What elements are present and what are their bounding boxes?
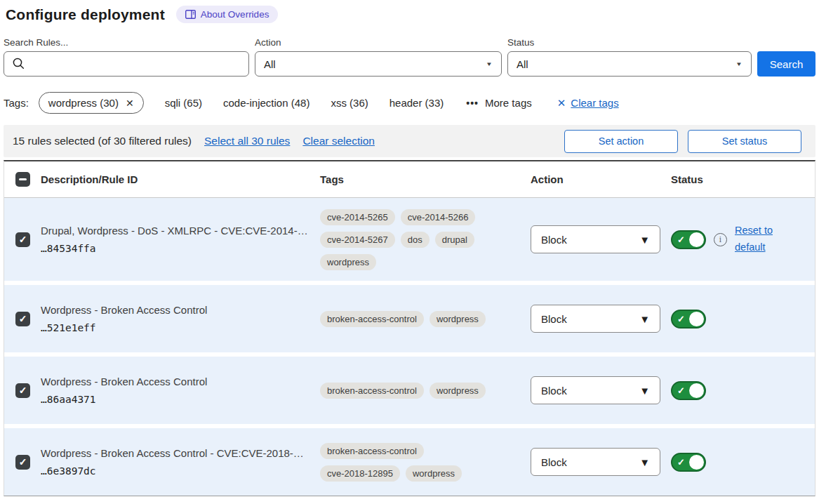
rule-tags: broken-access-controlwordpress xyxy=(320,383,488,399)
row-checkbox[interactable]: ✓ xyxy=(15,232,30,247)
check-icon: ✓ xyxy=(19,457,27,467)
tag-pill: cve-2014-5265 xyxy=(320,209,395,225)
page-title: Configure deployment xyxy=(6,6,165,23)
select-all-checkbox[interactable] xyxy=(15,172,30,187)
status-filter-select[interactable]: All ▼ xyxy=(507,51,752,77)
indeterminate-minus-icon xyxy=(19,178,27,180)
ellipsis-icon: ••• xyxy=(466,98,479,109)
select-all-link[interactable]: Select all 30 rules xyxy=(204,135,290,147)
status-toggle-on[interactable]: ✓ xyxy=(671,381,706,400)
action-filter-select[interactable]: All ▼ xyxy=(255,51,502,77)
rule-id: …6e3897dc xyxy=(41,465,320,477)
rule-action-select[interactable]: Block ▼ xyxy=(531,305,660,333)
check-icon: ✓ xyxy=(19,234,27,244)
status-toggle-on[interactable]: ✓ xyxy=(671,453,706,472)
rule-action-select[interactable]: Block ▼ xyxy=(531,225,660,253)
table-row: ✓ Wordpress - Broken Access Control - CV… xyxy=(4,428,815,496)
check-icon: ✓ xyxy=(677,234,685,245)
configure-deployment-page: Configure deployment About Overrides Sea… xyxy=(0,0,819,496)
rule-description: Wordpress - Broken Access Control xyxy=(41,304,320,316)
clear-tags-label: Clear tags xyxy=(571,97,618,109)
rule-action-value: Block xyxy=(541,456,567,468)
about-overrides-label: About Overrides xyxy=(201,9,269,20)
table-row: ✓ Drupal, Wordpress - DoS - XMLRPC - CVE… xyxy=(4,198,815,281)
action-filter-group: Action All ▼ xyxy=(255,37,502,77)
chevron-down-icon: ▼ xyxy=(639,456,650,468)
selected-tag-chip-wordpress[interactable]: wordpress (30) ✕ xyxy=(39,92,144,114)
tag-pill: broken-access-control xyxy=(320,443,424,459)
search-rules-input[interactable] xyxy=(4,51,249,77)
tags-bar-label: Tags: xyxy=(4,97,29,109)
chevron-down-icon: ▼ xyxy=(639,313,650,325)
more-tags-label: More tags xyxy=(485,97,532,109)
tag-option-code-injection[interactable]: code-injection (48) xyxy=(223,97,309,109)
set-action-button[interactable]: Set action xyxy=(564,130,678,153)
rule-id: …86aa4371 xyxy=(41,394,320,405)
table-row: ✓ Wordpress - Broken Access Control …86a… xyxy=(4,357,815,424)
toggle-knob xyxy=(689,383,704,398)
search-button[interactable]: Search xyxy=(757,51,815,77)
search-rules-label: Search Rules... xyxy=(4,37,249,48)
selected-tag-label: wordpress (30) xyxy=(48,97,119,109)
tags-bar: Tags: wordpress (30) ✕ sqli (65) code-in… xyxy=(4,92,815,114)
row-checkbox[interactable]: ✓ xyxy=(15,383,30,398)
tag-option-sqli[interactable]: sqli (65) xyxy=(165,97,202,109)
selection-summary: 15 rules selected (of 30 filtered rules) xyxy=(13,135,192,147)
remove-tag-icon[interactable]: ✕ xyxy=(126,98,134,109)
tag-pill: drupal xyxy=(435,232,474,248)
more-tags-button[interactable]: ••• More tags xyxy=(466,97,531,109)
search-rules-group: Search Rules... xyxy=(4,37,249,77)
chevron-down-icon: ▼ xyxy=(486,61,493,67)
tag-pill: wordpress xyxy=(320,254,376,270)
toggle-knob xyxy=(689,232,704,247)
set-status-button[interactable]: Set status xyxy=(688,130,801,153)
rule-tags: cve-2014-5265cve-2014-5266cve-2014-5267d… xyxy=(320,209,488,270)
tag-pill: dos xyxy=(401,232,430,248)
row-checkbox[interactable]: ✓ xyxy=(15,455,30,470)
row-checkbox[interactable]: ✓ xyxy=(15,312,30,326)
status-toggle-on[interactable]: ✓ xyxy=(671,230,706,249)
book-icon xyxy=(185,10,196,19)
status-toggle-on[interactable]: ✓ xyxy=(671,310,706,329)
rule-id: …84534ffa xyxy=(41,243,320,254)
search-icon xyxy=(12,57,25,73)
info-icon: i xyxy=(714,233,727,246)
table-header-row: Description/Rule ID Tags Action Status xyxy=(4,161,815,198)
filter-row: Search Rules... Action All ▼ Status All … xyxy=(4,37,815,77)
rule-action-value: Block xyxy=(541,313,567,325)
tag-pill: cve-2018-12895 xyxy=(320,465,400,482)
status-filter-value: All xyxy=(517,58,528,70)
rule-action-select[interactable]: Block ▼ xyxy=(531,448,660,476)
rules-table: Description/Rule ID Tags Action Status ✓… xyxy=(4,160,815,496)
action-filter-value: All xyxy=(264,58,276,70)
rule-description: Wordpress - Broken Access Control - CVE:… xyxy=(41,447,320,459)
rule-action-select[interactable]: Block ▼ xyxy=(531,376,660,404)
column-header-status: Status xyxy=(671,173,815,185)
check-icon: ✓ xyxy=(19,314,27,324)
status-filter-group: Status All ▼ xyxy=(507,37,752,77)
rule-action-value: Block xyxy=(541,385,567,397)
tag-option-xss[interactable]: xss (36) xyxy=(331,97,368,109)
column-header-tags: Tags xyxy=(320,173,531,185)
tag-option-header[interactable]: header (33) xyxy=(389,97,444,109)
reset-to-default-link[interactable]: Reset to default xyxy=(735,223,780,256)
close-icon: ✕ xyxy=(557,97,566,110)
tag-pill: wordpress xyxy=(430,311,486,327)
rule-tags: broken-access-controlcve-2018-12895wordp… xyxy=(320,443,488,482)
chevron-down-icon: ▼ xyxy=(735,61,743,67)
tag-pill: cve-2014-5267 xyxy=(320,232,395,248)
check-icon: ✓ xyxy=(677,385,685,396)
tag-pill: cve-2014-5266 xyxy=(401,209,476,225)
table-body: ✓ Drupal, Wordpress - DoS - XMLRPC - CVE… xyxy=(4,198,815,496)
tag-pill: wordpress xyxy=(430,383,486,399)
clear-tags-link[interactable]: ✕ Clear tags xyxy=(557,97,619,110)
clear-selection-link[interactable]: Clear selection xyxy=(302,135,375,147)
check-icon: ✓ xyxy=(677,314,685,324)
status-filter-label: Status xyxy=(507,37,752,48)
table-row: ✓ Wordpress - Broken Access Control …521… xyxy=(4,285,815,352)
action-filter-label: Action xyxy=(255,37,502,48)
toggle-knob xyxy=(689,312,704,326)
rule-tags: broken-access-controlwordpress xyxy=(320,311,488,327)
about-overrides-badge[interactable]: About Overrides xyxy=(176,6,279,23)
rule-id: …521e1eff xyxy=(41,322,320,333)
